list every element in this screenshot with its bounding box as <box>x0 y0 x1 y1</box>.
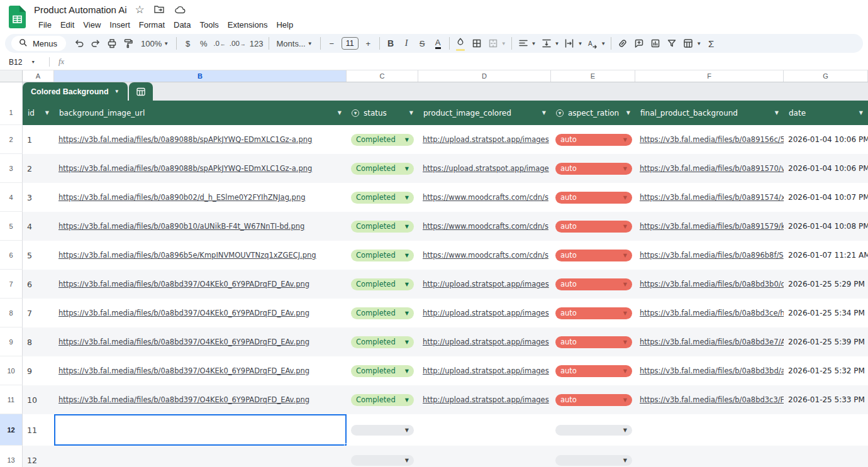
aspect-ration-chip[interactable]: auto▼ <box>555 394 632 406</box>
text-color-button[interactable]: A <box>430 35 446 52</box>
aspect-ration-chip[interactable]: auto▼ <box>555 250 632 261</box>
column-header-g[interactable]: G <box>784 70 868 82</box>
table-cell[interactable]: Completed▼ <box>347 299 418 327</box>
table-cell[interactable] <box>418 446 551 467</box>
table-cell[interactable]: Completed▼ <box>347 125 418 154</box>
table-name-chip[interactable]: Colored Background ▼ <box>23 82 128 101</box>
table-cell[interactable]: https://v3b.fal.media/files/b/0a891579/k… <box>635 212 784 241</box>
aspect-ration-chip[interactable]: auto▼ <box>555 192 632 204</box>
final-background-link[interactable]: https://v3b.fal.media/files/b/0a891574/x… <box>640 193 784 202</box>
background-image-link[interactable]: https://v3b.fal.media/files/b/0a89088b/s… <box>58 135 312 144</box>
increase-decimal-places-button[interactable]: .00→ <box>228 35 248 52</box>
italic-button[interactable]: I <box>399 35 415 52</box>
aspect-ration-chip[interactable]: auto▼ <box>555 365 632 377</box>
font-button[interactable]: Monts...▼ <box>272 35 317 52</box>
table-cell[interactable]: ▼ <box>347 414 418 446</box>
table-cell[interactable]: http://upload.stratspot.app/images <box>418 125 551 154</box>
table-cell[interactable]: https://www.moodcrafts.com/cdn/s <box>418 183 551 212</box>
functions-button[interactable]: Σ <box>703 35 719 52</box>
row-header-9[interactable]: 9 <box>0 327 23 356</box>
status-chip[interactable]: Completed▼ <box>351 134 414 146</box>
decrease-decimal-places-button[interactable]: .0← <box>211 35 228 52</box>
column-header-b[interactable]: B <box>54 70 347 82</box>
table-cell[interactable]: https://v3b.fal.media/files/b/0a8bd3ce/h <box>635 299 784 327</box>
table-cell[interactable] <box>54 414 347 446</box>
aspect-ration-chip[interactable]: auto▼ <box>555 221 632 233</box>
strikethrough-button[interactable]: S <box>415 35 430 52</box>
table-cell[interactable]: https://v3b.fal.media/files/b/0a8bd397/O… <box>54 385 347 414</box>
product-image-link[interactable]: https://upload.stratspot.app/image <box>423 164 549 173</box>
table-cell[interactable] <box>54 446 347 467</box>
table-cell[interactable]: 6 <box>23 270 54 299</box>
bold-button[interactable]: B <box>383 35 399 52</box>
background-image-link[interactable]: https://v3b.fal.media/files/b/0a89088b/s… <box>58 164 312 173</box>
table-header-date[interactable]: date▼ <box>784 101 868 125</box>
table-cell[interactable]: 11 <box>23 414 54 446</box>
table-cell[interactable]: 2026-01-04 10:06 PM <box>784 154 868 183</box>
row-header-1[interactable]: 1 <box>0 101 23 125</box>
status-chip[interactable]: Completed▼ <box>351 336 414 348</box>
background-image-link[interactable]: https://v3b.fal.media/files/b/0a8bd397/O… <box>58 338 309 346</box>
final-background-link[interactable]: https://v3b.fal.media/files/b/0a891579/k… <box>640 222 784 231</box>
table-cell[interactable]: 2026-01-25 5:39 PM <box>784 327 868 356</box>
table-cell[interactable]: 9 <box>23 356 54 385</box>
table-cell[interactable]: https://v3b.fal.media/files/b/0a89088b/s… <box>54 154 347 183</box>
table-cell[interactable]: https://v3b.fal.media/files/b/0a8bd397/O… <box>54 270 347 299</box>
background-image-link[interactable]: https://v3b.fal.media/files/b/0a8bd397/O… <box>58 395 309 404</box>
table-header-status[interactable]: ▼status▼ <box>347 101 418 125</box>
background-image-link[interactable]: https://v3b.fal.media/files/b/0a8bd397/O… <box>58 309 309 317</box>
insert-chart-button[interactable] <box>647 35 664 52</box>
table-cell[interactable]: https://upload.stratspot.app/image <box>418 154 551 183</box>
table-cell[interactable]: 2 <box>23 154 54 183</box>
table-cell[interactable] <box>635 414 784 446</box>
final-background-link[interactable]: https://v3b.fal.media/files/b/0a89156c/5 <box>640 135 784 144</box>
row-header-10[interactable]: 10 <box>0 356 23 385</box>
table-cell[interactable]: 2026-01-25 5:32 PM <box>784 356 868 385</box>
aspect-ration-chip[interactable]: auto▼ <box>555 163 632 175</box>
insert-link-button[interactable] <box>615 35 631 52</box>
product-image-link[interactable]: https://www.moodcrafts.com/cdn/s <box>423 251 548 260</box>
row-header-11[interactable]: 11 <box>0 385 23 414</box>
final-background-link[interactable]: https://v3b.fal.media/files/b/0a891570/v… <box>640 164 784 173</box>
create-filter-button[interactable] <box>664 35 680 52</box>
decrease-font-size-button[interactable]: − <box>324 35 340 52</box>
table-cell[interactable]: 2026-01-04 10:07 PM <box>784 183 868 212</box>
aspect-ration-chip[interactable]: auto▼ <box>555 134 632 146</box>
final-background-link[interactable]: https://v3b.fal.media/files/b/0a8bd3e7/A <box>640 338 784 346</box>
final-background-link[interactable]: https://v3b.fal.media/files/b/0a8bd3c3/F <box>640 395 784 404</box>
column-header-c[interactable]: C <box>347 70 418 82</box>
table-cell[interactable]: Completed▼ <box>347 327 418 356</box>
table-cell[interactable]: http://upload.stratspot.app/images <box>418 385 551 414</box>
table-cell[interactable]: https://v3b.fal.media/files/b/0a8bd3bd/a <box>635 356 784 385</box>
star-icon[interactable]: ☆ <box>135 4 145 15</box>
print-button[interactable] <box>104 35 120 52</box>
menu-format[interactable]: Format <box>135 19 169 31</box>
table-cell[interactable]: https://v3b.fal.media/files/b/0a890b02/d… <box>54 183 347 212</box>
fill-handle[interactable] <box>344 443 347 446</box>
table-header-background_image_url[interactable]: background_image_url▼ <box>54 101 347 125</box>
table-menu-button[interactable] <box>129 82 153 101</box>
table-cell[interactable]: 2026-01-04 10:06 PM <box>784 125 868 154</box>
formula-input[interactable] <box>72 54 868 70</box>
final-background-link[interactable]: https://v3b.fal.media/files/b/0a8bd3bd/a <box>640 366 784 375</box>
table-cell[interactable]: https://v3b.fal.media/files/b/0a8bd3e7/A <box>635 327 784 356</box>
status-chip[interactable]: Completed▼ <box>351 221 414 233</box>
name-box[interactable]: B12 ▼ <box>0 58 49 67</box>
status-dropdown-chip[interactable]: ▼ <box>351 455 414 466</box>
table-header-id[interactable]: id▼ <box>23 101 54 125</box>
table-cell[interactable]: 2026-01-04 10:08 PM <box>784 212 868 241</box>
aspect-ration-chip[interactable]: auto▼ <box>555 278 632 290</box>
table-cell[interactable]: 2026-01-25 5:33 PM <box>784 385 868 414</box>
table-cell[interactable]: Completed▼ <box>347 154 418 183</box>
menu-extensions[interactable]: Extensions <box>223 19 272 31</box>
horizontal-align-button[interactable]: ▼ <box>515 35 538 52</box>
text-rotation-button[interactable]: A▼ <box>584 35 608 52</box>
merge-cells-button[interactable]: ▼ <box>485 35 508 52</box>
row-header-3[interactable]: 3 <box>0 154 23 183</box>
status-chip[interactable]: Completed▼ <box>351 163 414 175</box>
cloud-status-icon[interactable] <box>174 3 187 16</box>
background-image-link[interactable]: https://v3b.fal.media/files/b/0a8bd397/O… <box>58 366 309 375</box>
column-header-d[interactable]: D <box>418 70 551 82</box>
table-cell[interactable]: auto▼ <box>551 385 635 414</box>
table-cell[interactable]: https://www.moodcrafts.com/cdn/s <box>418 241 551 270</box>
